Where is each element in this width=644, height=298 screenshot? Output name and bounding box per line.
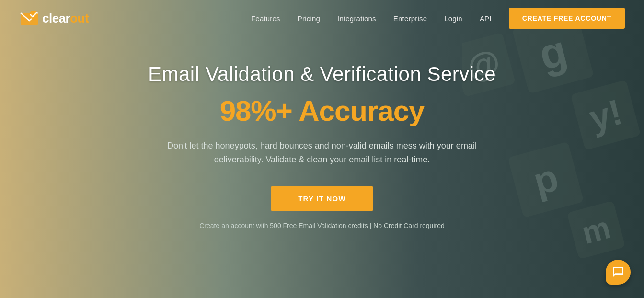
try-it-now-button[interactable]: TRY IT NOW xyxy=(271,186,373,211)
nav-features[interactable]: Features xyxy=(251,14,280,23)
logo-icon xyxy=(19,8,39,28)
hero-accuracy: 98%+ Accuracy xyxy=(220,94,425,127)
nav-api[interactable]: API xyxy=(480,14,492,23)
chat-icon xyxy=(612,266,624,278)
chat-bubble-button[interactable] xyxy=(606,260,631,285)
navbar: clearout Features Pricing Integrations E… xyxy=(0,0,644,36)
nav-enterprise[interactable]: Enterprise xyxy=(393,14,427,23)
nav-login[interactable]: Login xyxy=(444,14,462,23)
nav-integrations[interactable]: Integrations xyxy=(337,14,376,23)
logo-text: clearout xyxy=(42,11,89,26)
hero-footnote: Create an account with 500 Free Email Va… xyxy=(199,222,445,229)
hero-description: Don't let the honeypots, hard bounces an… xyxy=(154,139,490,167)
nav-links: Features Pricing Integrations Enterprise… xyxy=(251,14,492,23)
hero-section: Email Validation & Verification Service … xyxy=(0,36,644,229)
hero-title: Email Validation & Verification Service xyxy=(148,63,496,86)
nav-pricing[interactable]: Pricing xyxy=(298,14,320,23)
logo[interactable]: clearout xyxy=(19,8,89,28)
create-account-button[interactable]: CREATE FREE ACCOUNT xyxy=(509,8,625,29)
